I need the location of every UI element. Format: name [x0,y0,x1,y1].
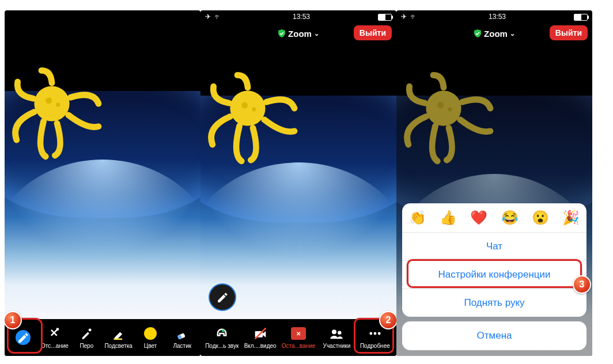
participants-button[interactable]: Участники [317,326,355,349]
shield-icon [278,29,286,37]
annotate-fab[interactable] [209,283,236,311]
toolbar-label: Оста...вание [282,343,316,349]
raise-hand-row[interactable]: Поднять руку [402,289,586,317]
reaction-clap[interactable]: 👏 [409,210,426,226]
reactions-row: 👏 👍 ❤️ 😂 😮 🎉 [402,203,586,232]
meeting-header: Zoom ⌄ Выйти [200,23,396,44]
pen-button[interactable]: Перо [71,326,103,349]
app-title[interactable]: Zoom [484,29,508,39]
status-time: 13:53 [293,13,310,21]
chevron-down-icon: ⌄ [314,30,319,37]
wifi-icon: ᯤ [410,13,417,21]
callout-badge-3: 3 [573,275,591,294]
toolbar-label: Вкл....видео [244,343,277,349]
reaction-thumbs-up[interactable]: 👍 [440,210,457,226]
reaction-wow[interactable]: 😮 [532,210,549,226]
screenshot-3: ✈︎ᯤ 13:53 Zoom ⌄ Выйти 👏 👍 [396,10,592,356]
color-button[interactable]: Цвет [134,326,166,349]
reaction-joy[interactable]: 😂 [501,210,519,226]
shared-content [5,91,200,319]
airplane-icon: ✈︎ [401,13,407,21]
stop-share-icon: ✕ [291,326,306,341]
color-swatch-icon [143,326,158,341]
status-bar: ✈︎ᯤ 13:53 [200,10,396,23]
reaction-tada[interactable]: 🎉 [562,210,580,226]
shield-icon [474,29,482,37]
toolbar-label: Отс...ание [41,343,69,349]
video-off-icon [253,326,268,341]
battery-icon [378,14,392,21]
pen-icon [79,326,94,341]
status-bar: ✈︎ᯤ 13:53 [396,10,592,23]
leave-button[interactable]: Выйти [354,25,392,40]
toolbar-label: Цвет [144,343,157,349]
spotlight-icon [47,326,62,341]
toolbar-label: Подк...ь звук [205,343,239,349]
screenshot-1: Отс...ание Перо Подсветка Цвет Ластик 1 [5,10,200,356]
toolbar-label: Ластик [173,343,191,349]
leave-button[interactable]: Выйти [550,25,588,40]
screenshot-2: ✈︎ᯤ 13:53 Zoom ⌄ Выйти По [200,10,396,356]
chat-row[interactable]: Чат [402,232,586,260]
stop-share-button[interactable]: ✕ Оста...вание [279,326,317,349]
reaction-heart[interactable]: ❤️ [470,210,487,226]
pencil-icon [217,291,228,303]
participants-icon [329,326,344,341]
video-button[interactable]: Вкл....видео [241,326,279,349]
highlight-button[interactable]: Подсветка [103,326,134,349]
headset-icon [214,326,229,341]
toolbar-label: Подсветка [104,343,133,349]
status-time: 13:53 [489,13,506,21]
toolbar-label: Участники [323,343,351,349]
eraser-button[interactable]: Ластик [167,326,198,349]
spotlight-button[interactable]: Отс...ание [39,326,70,349]
callout-highlight-3 [407,259,582,288]
chevron-down-icon: ⌄ [510,30,515,37]
app-title[interactable]: Zoom [288,29,312,39]
battery-icon [574,14,588,21]
highlight-icon [111,326,126,341]
callout-badge-2: 2 [379,311,396,329]
toolbar-label: Перо [80,343,93,349]
cancel-button[interactable]: Отмена [402,321,586,350]
audio-button[interactable]: Подк...ь звук [203,326,241,349]
wifi-icon: ᯤ [214,13,221,21]
eraser-icon [175,326,190,341]
airplane-icon: ✈︎ [205,13,211,21]
meeting-header: Zoom ⌄ Выйти [396,23,592,44]
